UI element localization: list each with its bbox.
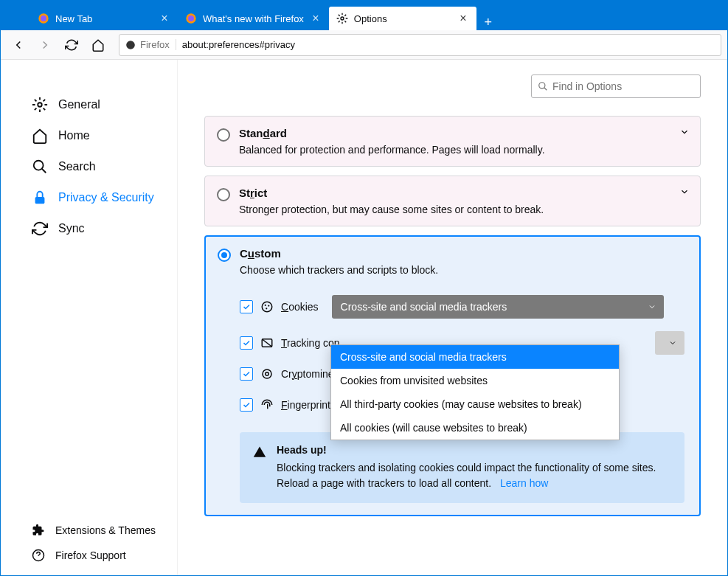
dropdown-item[interactable]: All cookies (will cause websites to brea… [331, 416, 619, 440]
panel-desc: Choose which trackers and scripts to blo… [240, 264, 438, 276]
radio-standard[interactable] [217, 128, 230, 142]
svg-point-6 [38, 103, 42, 107]
sidebar-item-general[interactable]: General [1, 89, 177, 120]
close-icon[interactable]: × [310, 13, 322, 24]
label-cryptominers: Cryptominer [281, 368, 337, 380]
svg-point-5 [126, 41, 135, 49]
svg-point-4 [341, 17, 344, 20]
firefox-icon [185, 13, 197, 24]
panel-title: Standard [239, 127, 545, 139]
sidebar-item-label: Home [58, 129, 90, 142]
row-cookies: Cookies Cross-site and social media trac… [240, 286, 684, 327]
warning-icon [253, 445, 266, 459]
chevron-down-icon [668, 339, 677, 347]
reload-button[interactable] [60, 33, 83, 57]
sidebar-item-sync[interactable]: Sync [1, 213, 177, 244]
url-bar[interactable]: Firefox about:preferences#privacy [119, 34, 721, 56]
sidebar-item-label: Privacy & Security [58, 191, 154, 204]
select-tracking[interactable] [655, 331, 684, 355]
checkbox-tracking[interactable] [240, 336, 253, 350]
headsup-title: Heads up! [277, 444, 671, 456]
sidebar-item-label: Search [58, 160, 96, 173]
radio-strict[interactable] [217, 188, 230, 201]
learn-how-link[interactable]: Learn how [500, 477, 548, 489]
headsup-text: Blocking trackers and isolating cookies … [277, 460, 671, 491]
tab-whats-new[interactable]: What's new with Firefox × [178, 7, 329, 30]
sidebar-item-home[interactable]: Home [1, 120, 177, 151]
search-icon [32, 159, 48, 175]
gear-icon [32, 97, 48, 113]
content-area: General Home Search Privacy & Security S… [1, 60, 727, 575]
nav-toolbar: Firefox about:preferences#privacy [1, 30, 727, 60]
svg-rect-8 [35, 197, 45, 204]
lock-icon [32, 190, 48, 206]
sidebar-item-label: Extensions & Themes [55, 524, 156, 536]
identity-label: Firefox [140, 39, 170, 50]
home-button[interactable] [86, 33, 110, 57]
firefox-logo-icon [125, 40, 136, 50]
tab-label: Options [354, 13, 451, 24]
gear-icon [336, 13, 348, 24]
forward-button[interactable] [33, 33, 57, 57]
sidebar-item-label: Sync [58, 222, 85, 235]
sidebar-item-label: General [58, 98, 100, 111]
tab-label: What's new with Firefox [203, 13, 304, 24]
help-icon [32, 549, 45, 562]
firefox-icon [38, 13, 49, 24]
label-cookies: Cookies [281, 301, 319, 313]
svg-point-16 [263, 369, 271, 378]
cookies-dropdown: Cross-site and social media trackers Coo… [330, 344, 620, 440]
chevron-down-icon [679, 127, 690, 137]
home-icon [32, 128, 48, 144]
panel-title: Strict [239, 187, 544, 199]
close-icon[interactable]: × [457, 13, 469, 24]
tab-strip: New Tab × What's new with Firefox × Opti… [1, 1, 727, 30]
panel-strict[interactable]: Strict Stronger protection, but may caus… [204, 176, 701, 226]
search-icon [538, 81, 548, 91]
sync-icon [32, 221, 48, 237]
search-input[interactable] [552, 80, 694, 92]
radio-custom[interactable] [218, 249, 231, 262]
select-cookies[interactable]: Cross-site and social media trackers [332, 295, 664, 319]
dropdown-item[interactable]: All third-party cookies (may cause websi… [331, 392, 619, 416]
dropdown-item[interactable]: Cross-site and social media trackers [331, 345, 619, 369]
svg-point-10 [539, 83, 545, 89]
preferences-sidebar: General Home Search Privacy & Security S… [1, 60, 178, 575]
tab-label: New Tab [55, 13, 153, 24]
checkbox-fingerprinters[interactable] [240, 398, 253, 412]
chevron-down-icon [679, 187, 690, 197]
headsup-box: Heads up! Blocking trackers and isolatin… [240, 432, 684, 503]
puzzle-icon [32, 524, 45, 537]
svg-point-3 [188, 15, 194, 21]
sidebar-item-support[interactable]: Firefox Support [1, 543, 177, 568]
sidebar-item-label: Firefox Support [55, 549, 126, 561]
back-button[interactable] [7, 33, 30, 57]
svg-point-14 [266, 308, 267, 309]
sidebar-item-extensions[interactable]: Extensions & Themes [1, 518, 177, 543]
cookie-icon [260, 300, 274, 313]
find-in-options[interactable] [531, 74, 701, 98]
tab-options[interactable]: Options × [329, 7, 476, 30]
svg-point-7 [34, 161, 44, 170]
select-value: Cross-site and social media trackers [341, 301, 507, 313]
dropdown-item[interactable]: Cookies from unvisited websites [331, 369, 619, 392]
svg-point-12 [265, 305, 266, 306]
close-icon[interactable]: × [159, 13, 170, 24]
chevron-down-icon [648, 302, 656, 311]
svg-point-1 [41, 15, 46, 21]
new-tab-button[interactable]: + [476, 15, 500, 30]
url-text: about:preferences#privacy [182, 39, 295, 50]
preferences-main: Standard Balanced for protection and per… [178, 60, 727, 575]
panel-desc: Balanced for protection and performance.… [239, 144, 545, 156]
checkbox-cryptominers[interactable] [240, 367, 253, 381]
panel-standard[interactable]: Standard Balanced for protection and per… [204, 116, 701, 167]
cryptominer-icon [260, 367, 274, 381]
svg-point-13 [268, 305, 269, 306]
identity-box[interactable]: Firefox [125, 39, 176, 50]
svg-point-17 [266, 372, 269, 376]
checkbox-cookies[interactable] [240, 300, 253, 313]
tab-new-tab[interactable]: New Tab × [30, 7, 178, 30]
sidebar-item-privacy[interactable]: Privacy & Security [1, 182, 177, 213]
svg-point-11 [262, 302, 272, 312]
sidebar-item-search[interactable]: Search [1, 151, 177, 182]
